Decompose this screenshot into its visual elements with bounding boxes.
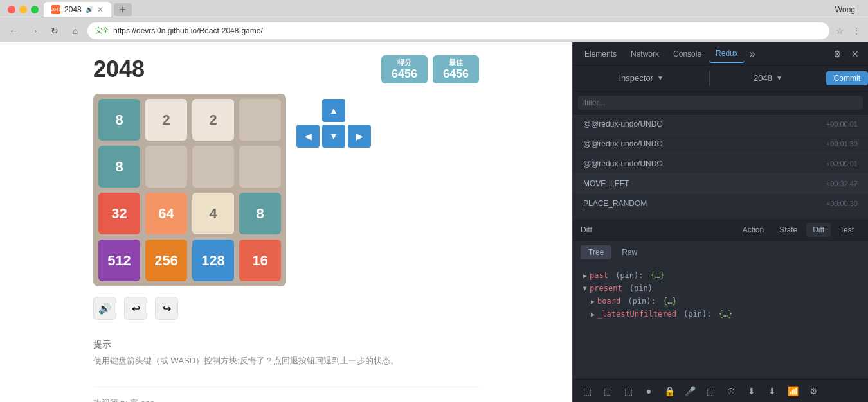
inspector-dropdown[interactable]: ▼ [657,74,664,82]
tab-diff[interactable]: Diff [806,223,831,237]
tab-redux[interactable]: Redux [709,45,745,63]
score-value: 6456 [392,67,417,81]
url-bar[interactable]: 安全 https://devrsi0n.github.io/React-2048… [87,22,829,39]
score-box: 得分 6456 [381,55,428,83]
tree-item-present: ▶ present (pin) [578,282,863,295]
bt-btn-signal[interactable]: 📶 [784,382,802,400]
menu-icon[interactable]: ⋮ [850,24,863,37]
commit-button[interactable]: Commit [826,71,868,85]
action-time-1: +00:01.39 [826,140,858,148]
home-button[interactable]: ⌂ [67,22,84,39]
bt-btn-6[interactable]: ⬇ [763,382,781,400]
tile-8: 8 [98,99,140,141]
inspector-header: Inspector ▼ 2048 ▼ Commit [573,66,868,91]
action-item-0[interactable]: @@redux-undo/UNDO +00:00.01 [573,114,868,134]
tab-audio-icon: 🔊 [86,6,93,13]
expand-past-arrow[interactable]: ▶ [583,272,587,279]
content-area: 2048 得分 6456 最佳 6456 [0,42,868,402]
tree-key-present: present [590,284,622,293]
action-item-2[interactable]: @@redux-undo/UNDO +00:00.01 [573,154,868,174]
bt-btn-5[interactable]: ⬇ [743,382,761,400]
tab-state[interactable]: State [773,223,804,237]
action-item-4[interactable]: PLACE_RANDOM +00:00.30 [573,194,868,214]
more-tabs-button[interactable]: » [746,46,759,62]
bt-btn-mic[interactable]: 🎤 [681,382,699,400]
game-title: 2048 [93,56,145,83]
maximize-traffic-light[interactable] [31,6,39,13]
tab-raw[interactable]: Raw [614,245,645,259]
hints-section: 提示 使用键盘箭头键（或 WASD）控制方块;反悔了？点回退按钮回退到上一步的状… [93,339,479,367]
bt-btn-timer[interactable]: ⏲ [722,382,740,400]
tree-key-past: past [590,271,608,280]
left-button[interactable]: ◀ [296,125,320,148]
bookmark-icon[interactable]: ☆ [833,24,846,37]
new-tab-button[interactable]: + [114,3,132,16]
titlebar: 2048 2048 🔊 ✕ + Wong [0,0,868,19]
filter-row [573,91,868,114]
audio-button[interactable]: 🔊 [93,297,116,320]
tile-4: 4 [192,193,234,234]
tile-2b: 2 [192,99,234,141]
action-time-3: +00:32.47 [826,180,858,188]
tab-console[interactable]: Console [667,46,708,62]
redo-button[interactable]: ↪ [155,297,178,320]
bottom-toolbar: ⬚ ⬚ ⬚ ● 🔒 🎤 ⬚ ⏲ ⬇ ⬇ 📶 ⚙ [573,379,868,402]
tab-title: 2048 [64,5,82,14]
store-dropdown[interactable]: ▼ [776,74,782,82]
up-button[interactable]: ▲ [322,99,345,122]
down-button[interactable]: ▼ [322,125,345,148]
tab-bar: 2048 2048 🔊 ✕ + Wong [44,2,860,17]
browser-window: 2048 2048 🔊 ✕ + Wong ← → ↻ ⌂ 安全 https://… [0,0,868,402]
url-text: https://devrsi0n.github.io/React-2048-ga… [113,26,263,35]
tab-elements[interactable]: Elements [578,46,623,62]
forward-button[interactable]: → [26,22,42,39]
tree-value-latest: {…} [719,310,733,319]
minimize-traffic-light[interactable] [19,6,27,13]
best-score-box: 最佳 6456 [433,55,479,83]
tile-32: 32 [98,193,140,234]
filter-input[interactable] [578,96,863,110]
expand-present-arrow[interactable]: ▶ [582,286,589,290]
tree-item-latest: ▶ _latestUnfiltered (pin): {…} [578,308,863,320]
dt-settings-icon[interactable]: ⚙ [829,46,845,62]
score-label: 得分 [392,58,417,67]
inspector-section: Inspector ▼ [573,73,709,83]
store-section: 2048 ▼ [710,73,826,83]
tile-empty4 [239,146,281,188]
secure-label: 安全 [95,26,109,35]
bt-btn-1[interactable]: ⬚ [599,382,617,400]
footer-welcome: 欢迎留 tu 言 eae [93,398,479,403]
bt-btn-4[interactable]: ⬚ [701,382,719,400]
action-time-0: +00:00.01 [826,120,858,128]
expand-latest-arrow[interactable]: ▶ [591,311,595,318]
profile-name: Wong [835,5,855,14]
store-label: 2048 [754,73,772,83]
expand-board-arrow[interactable]: ▶ [591,298,595,305]
bt-btn-0[interactable]: ⬚ [578,382,596,400]
action-item-1[interactable]: @@redux-undo/UNDO +00:01.39 [573,134,868,154]
action-name-0: @@redux-undo/UNDO [583,119,663,128]
tab-close-icon[interactable]: ✕ [97,5,104,14]
tab-tree[interactable]: Tree [581,245,611,259]
bt-btn-2[interactable]: ⬚ [619,382,637,400]
dt-close-icon[interactable]: ✕ [847,46,863,62]
bt-btn-settings[interactable]: ⚙ [804,382,822,400]
tile-empty [239,99,281,141]
tree-key-latest: _latestUnfiltered [597,310,676,319]
tile-512: 512 [98,240,140,281]
reload-button[interactable]: ↻ [46,22,63,39]
action-name-4: PLACE_RANDOM [583,199,647,208]
tab-network[interactable]: Network [624,46,665,62]
action-item-3[interactable]: MOVE_LEFT +00:32.47 [573,174,868,194]
undo-button[interactable]: ↩ [124,297,147,320]
tab-test[interactable]: Test [833,223,860,237]
bt-btn-3[interactable]: ● [640,382,658,400]
close-traffic-light[interactable] [8,6,15,13]
bt-btn-lock[interactable]: 🔒 [660,382,678,400]
tab-action[interactable]: Action [736,223,770,237]
back-button[interactable]: ← [5,22,22,39]
right-button[interactable]: ▶ [348,125,371,148]
middle-control-row: ◀ ▼ ▶ [296,125,371,148]
tree-view: ▶ past (pin): {…} ▶ present (pin) ▶ boar… [573,264,868,379]
active-tab[interactable]: 2048 2048 🔊 ✕ [44,2,111,17]
